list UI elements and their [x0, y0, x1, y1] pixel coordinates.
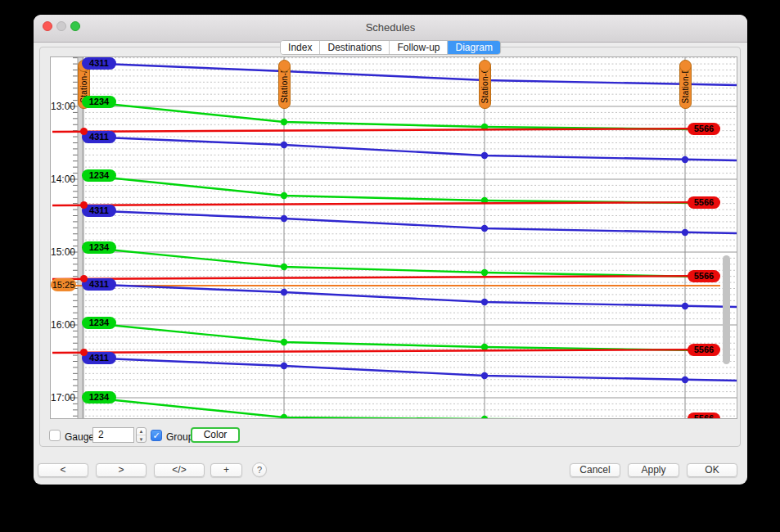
gauge-value-field[interactable]: 2	[92, 427, 134, 443]
train-label-5566[interactable]: 5566	[688, 196, 720, 209]
time-label: 17:00	[51, 391, 74, 404]
add-button[interactable]: +	[210, 463, 242, 477]
desktop: Schedules 13:0014:0015:0016:0017:00Stati…	[0, 0, 780, 532]
titlebar[interactable]: Schedules	[34, 15, 747, 43]
group-label: Group	[166, 431, 193, 443]
train-label-5566[interactable]: 5566	[688, 123, 720, 135]
stepper-up-icon[interactable]: ▲	[137, 428, 146, 435]
vertical-scrollbar-thumb[interactable]	[723, 255, 730, 364]
help-icon[interactable]: ?	[252, 462, 267, 477]
train-label-1234[interactable]: 1234	[82, 169, 116, 182]
tab-content-box: 13:0014:0015:0016:0017:00Station-AStatio…	[39, 47, 741, 447]
apply-button[interactable]: Apply	[628, 463, 679, 477]
station-knob-icon	[679, 60, 692, 72]
time-label: 13:00	[51, 100, 74, 113]
train-label-1234[interactable]: 1234	[82, 317, 116, 329]
time-label: 14:00	[51, 173, 74, 186]
train-label-5566[interactable]: 5566	[688, 413, 720, 420]
diagram-svg	[51, 57, 737, 419]
stop-dot	[80, 275, 88, 282]
color-button[interactable]: Color	[191, 427, 240, 443]
selected-time-badge: 15:25	[51, 278, 76, 291]
train-label-1234[interactable]: 1234	[82, 391, 116, 404]
train-label-1234[interactable]: 1234	[82, 96, 116, 108]
time-label: 16:00	[51, 318, 74, 331]
tab-diagram[interactable]: Diagram	[449, 41, 500, 54]
station-knob-icon	[479, 60, 491, 72]
gauge-label: Gauge	[65, 431, 94, 443]
tab-destinations[interactable]: Destinations	[320, 41, 390, 54]
window-title: Schedules	[34, 21, 747, 34]
cancel-button[interactable]: Cancel	[570, 463, 620, 477]
train-label-5566[interactable]: 5566	[688, 270, 720, 282]
stop-dot	[80, 349, 88, 356]
prev-button[interactable]: <	[38, 463, 88, 477]
stepper-down-icon[interactable]: ▼	[137, 435, 146, 443]
group-checkbox[interactable]: ✓	[151, 430, 162, 441]
tab-follow-up[interactable]: Follow-up	[390, 41, 449, 54]
schedules-window: Schedules 13:0014:0015:0016:0017:00Stati…	[34, 15, 747, 485]
train-label-4311[interactable]: 4311	[82, 57, 116, 70]
tab-index[interactable]: Index	[281, 41, 320, 54]
ok-button[interactable]: OK	[687, 463, 737, 477]
next-button[interactable]: >	[96, 463, 147, 477]
diagram-canvas[interactable]: 13:0014:0015:0016:0017:00Station-AStatio…	[50, 56, 737, 419]
tab-bar: Index Destinations Follow-up Diagram	[280, 40, 501, 55]
train-label-5566[interactable]: 5566	[688, 344, 720, 356]
stop-dot	[80, 201, 88, 209]
stop-dot	[80, 128, 88, 135]
train-label-1234[interactable]: 1234	[82, 241, 116, 254]
gauge-checkbox[interactable]	[49, 430, 61, 441]
gauge-stepper[interactable]: ▲ ▼	[136, 427, 147, 443]
time-label: 15:00	[51, 246, 74, 259]
station-knob-icon	[278, 60, 291, 72]
code-button[interactable]: </>	[154, 463, 205, 477]
